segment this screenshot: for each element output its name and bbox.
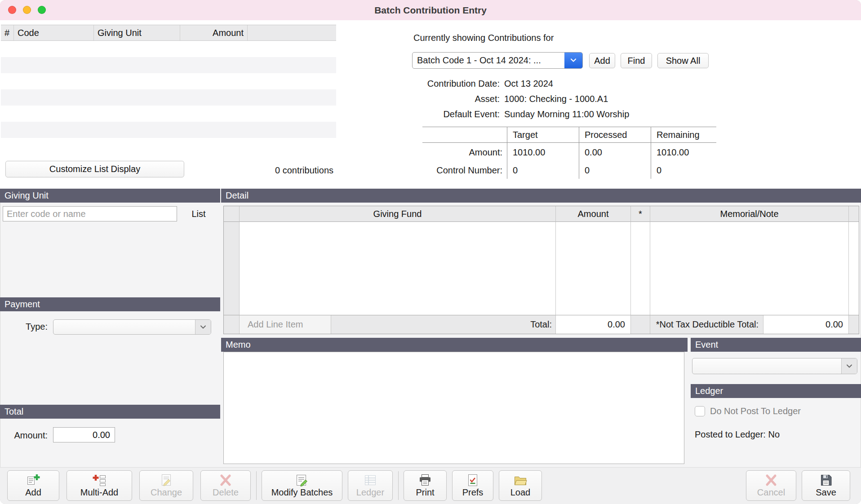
totals-header-target: Target <box>507 127 579 143</box>
toolbar-add-button[interactable]: Add <box>7 470 59 501</box>
do-not-post-to-ledger-checkbox[interactable] <box>695 406 705 416</box>
totals-control-number-label: Control Number: <box>422 162 507 179</box>
minimize-window-button[interactable] <box>23 6 31 14</box>
batch-show-all-button[interactable]: Show All <box>657 53 709 68</box>
detail-footer-endcap <box>848 315 859 334</box>
detail-amount-cells[interactable] <box>555 222 630 315</box>
toolbar-modify-batches-button[interactable]: Modify Batches <box>262 470 342 501</box>
payment-type-select[interactable] <box>53 319 211 335</box>
totals-header-processed: Processed <box>579 127 651 143</box>
totals-control-remaining: 0 <box>651 162 716 179</box>
contributions-list[interactable] <box>1 41 336 154</box>
contribution-date-label: Contribution Date: <box>386 79 500 89</box>
column-header-number: # <box>1 25 13 40</box>
memo-section-header: Memo <box>221 338 688 352</box>
detail-memorial-note-cells[interactable] <box>650 222 848 315</box>
giving-unit-input[interactable] <box>3 206 177 221</box>
delete-record-icon <box>218 473 233 487</box>
totals-amount-processed: 0.00 <box>579 143 651 162</box>
detail-star-cells[interactable] <box>630 222 650 315</box>
save-icon <box>819 473 833 487</box>
batch-select-value: Batch Code 1 - Oct 14 2024: ... <box>413 55 564 66</box>
bottom-toolbar: Add Multi-Add Change Delete Modify <box>0 467 861 504</box>
close-window-button[interactable] <box>8 6 16 14</box>
detail-header-gutter <box>224 206 239 222</box>
not-tax-deductible-value: 0.00 <box>763 315 848 334</box>
event-select[interactable] <box>692 358 857 374</box>
multi-add-icon <box>92 473 107 487</box>
print-icon <box>418 473 432 487</box>
add-line-item-button[interactable]: Add Line Item <box>240 315 331 334</box>
posted-to-ledger-status: Posted to Ledger: No <box>695 429 780 440</box>
batch-select[interactable]: Batch Code 1 - Oct 14 2024: ... <box>412 52 583 69</box>
detail-footer-main: Add Line Item Total: <box>239 315 555 334</box>
detail-footer-gutter <box>224 315 239 334</box>
window-title: Batch Contribution Entry <box>0 0 861 20</box>
load-icon <box>513 473 528 487</box>
toolbar-load-button[interactable]: Load <box>499 470 542 501</box>
toolbar-delete-button: Delete <box>200 470 251 501</box>
detail-scrollbar-track[interactable] <box>848 222 859 315</box>
toolbar-multi-add-button[interactable]: Multi-Add <box>67 470 132 501</box>
traffic-lights <box>8 6 46 14</box>
not-tax-deductible-label: *Not Tax Deductible Total: <box>650 319 763 330</box>
detail-section-header: Detail <box>221 189 861 203</box>
giving-unit-section-header: Giving Unit <box>0 189 220 203</box>
ledger-section-header: Ledger <box>691 384 861 398</box>
toolbar-save-button[interactable]: Save <box>802 470 850 501</box>
do-not-post-to-ledger-label: Do Not Post To Ledger <box>710 406 801 417</box>
default-event-value: Sunday Morning 11:00 Worship <box>500 109 629 119</box>
detail-footer-star <box>630 315 650 334</box>
detail-table: Giving Fund Amount * Memorial/Note Add L… <box>223 206 859 334</box>
totals-corner-cell <box>422 127 507 143</box>
toolbar-change-button: Change <box>139 470 193 501</box>
totals-amount-target: 1010.00 <box>507 143 579 162</box>
giving-unit-list-button[interactable]: List <box>180 206 217 221</box>
column-header-giving-unit: Giving Unit <box>93 25 180 40</box>
total-amount-input[interactable] <box>53 427 115 442</box>
payment-type-label: Type: <box>4 322 48 332</box>
top-panel: # Code Giving Unit Amount Customize List… <box>0 20 861 189</box>
chevron-down-icon <box>564 53 582 68</box>
batch-find-button[interactable]: Find <box>621 53 652 68</box>
detail-footer-ntd: *Not Tax Deductible Total: 0.00 <box>650 315 848 334</box>
totals-control-target: 0 <box>507 162 579 179</box>
totals-header-remaining: Remaining <box>651 127 716 143</box>
contributions-list-header: # Code Giving Unit Amount <box>1 25 336 41</box>
prefs-icon <box>466 473 480 487</box>
modify-batches-icon <box>295 473 309 487</box>
customize-list-display-button[interactable]: Customize List Display <box>5 161 184 177</box>
total-section-header: Total <box>0 405 220 419</box>
zoom-window-button[interactable] <box>38 6 46 14</box>
contribution-count: 0 contributions <box>223 165 385 176</box>
contribution-date-value: Oct 13 2024 <box>500 79 553 89</box>
asset-value: 1000: Checking - 1000.A1 <box>500 94 608 104</box>
currently-showing-label: Currently showing Contributions for <box>413 33 554 43</box>
default-event-label: Default Event: <box>386 109 500 119</box>
batch-add-button[interactable]: Add <box>589 53 615 68</box>
batch-contribution-entry-window: Batch Contribution Entry # Code Giving U… <box>0 0 861 504</box>
column-header-code: Code <box>13 25 93 40</box>
chevron-down-icon <box>195 320 211 334</box>
detail-header-memorial-note: Memorial/Note <box>650 206 848 222</box>
toolbar-prefs-button[interactable]: Prefs <box>452 470 493 501</box>
toolbar-cancel-button: Cancel <box>746 470 796 501</box>
toolbar-separator <box>256 471 257 500</box>
detail-total-label: Total: <box>331 319 555 330</box>
toolbar-print-button[interactable]: Print <box>404 470 447 501</box>
payment-section-header: Payment <box>0 297 220 311</box>
detail-giving-fund-cells[interactable] <box>239 222 555 315</box>
memo-textarea[interactable] <box>223 352 684 464</box>
detail-body-gutter <box>224 222 239 315</box>
detail-header-star: * <box>630 206 650 222</box>
event-section-header: Event <box>691 338 861 352</box>
titlebar: Batch Contribution Entry <box>0 0 861 21</box>
totals-amount-remaining: 1010.00 <box>651 143 716 162</box>
detail-header-giving-fund: Giving Fund <box>239 206 555 222</box>
batch-totals-table: Target Processed Remaining Amount: 1010.… <box>422 127 716 179</box>
asset-label: Asset: <box>386 94 500 104</box>
column-header-blank <box>247 25 336 40</box>
toolbar-ledger-button: Ledger <box>348 470 393 501</box>
cancel-icon <box>764 473 778 487</box>
detail-total-value: 0.00 <box>555 315 630 334</box>
